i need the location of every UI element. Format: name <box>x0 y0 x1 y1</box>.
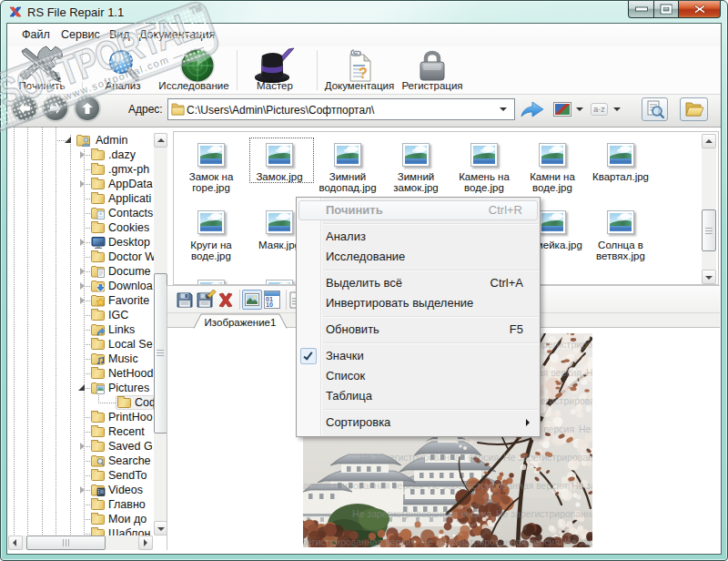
svg-text:?: ? <box>359 66 368 81</box>
